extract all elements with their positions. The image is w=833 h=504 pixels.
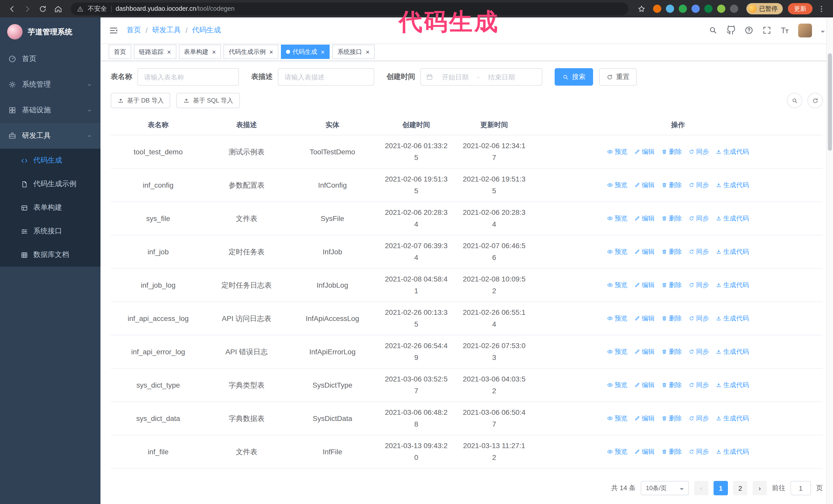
edit-link[interactable]: 编辑: [634, 146, 654, 158]
page-button-1[interactable]: 1: [714, 481, 728, 495]
edit-link[interactable]: 编辑: [634, 346, 654, 358]
prev-page-button[interactable]: ‹: [694, 481, 709, 495]
sidebar-item-form-builder[interactable]: 表单构建: [0, 196, 100, 219]
sidebar-item-infrastructure[interactable]: 基础设施: [0, 97, 100, 123]
generate-code-link[interactable]: 生成代码: [716, 213, 749, 224]
browser-back-button[interactable]: [5, 2, 19, 16]
edit-link[interactable]: 编辑: [634, 246, 654, 258]
browser-home-button[interactable]: [51, 2, 65, 16]
tab-close-icon[interactable]: ×: [269, 48, 273, 55]
tab-codegen[interactable]: 代码生成×: [281, 45, 330, 59]
delete-link[interactable]: 删除: [661, 146, 682, 158]
header-search-icon[interactable]: [709, 26, 718, 35]
help-icon[interactable]: [744, 26, 754, 35]
extension-icon[interactable]: [653, 5, 661, 13]
preview-link[interactable]: 预览: [607, 279, 627, 291]
font-size-icon[interactable]: [780, 26, 789, 35]
generate-code-link[interactable]: 生成代码: [716, 279, 749, 291]
sync-link[interactable]: 同步: [688, 179, 709, 191]
sidebar-item-codegen-example[interactable]: 代码生成示例: [0, 172, 100, 196]
generate-code-link[interactable]: 生成代码: [716, 312, 749, 324]
generate-code-link[interactable]: 生成代码: [716, 179, 749, 191]
github-icon[interactable]: [727, 26, 736, 35]
bookmark-star-button[interactable]: [635, 2, 648, 16]
generate-code-link[interactable]: 生成代码: [716, 146, 749, 158]
preview-link[interactable]: 预览: [607, 179, 627, 191]
sidebar-toggle-icon[interactable]: [109, 25, 118, 35]
sync-link[interactable]: 同步: [688, 412, 709, 424]
breadcrumb-item[interactable]: 研发工具: [152, 26, 181, 35]
delete-link[interactable]: 删除: [661, 446, 682, 458]
edit-link[interactable]: 编辑: [634, 213, 654, 224]
tab-form-builder[interactable]: 表单构建×: [178, 45, 221, 59]
delete-link[interactable]: 删除: [661, 412, 682, 424]
preview-link[interactable]: 预览: [607, 412, 627, 424]
user-avatar[interactable]: [798, 23, 812, 37]
table-desc-input[interactable]: [278, 68, 374, 86]
sidebar-item-home[interactable]: 首页: [0, 46, 100, 72]
search-button[interactable]: 搜索: [555, 68, 593, 86]
tab-close-icon[interactable]: ×: [321, 48, 325, 55]
delete-link[interactable]: 删除: [661, 213, 682, 224]
preview-link[interactable]: 预览: [607, 446, 627, 458]
tab-api[interactable]: 系统接口×: [332, 45, 375, 59]
import-db-button[interactable]: 基于 DB 导入: [111, 93, 170, 108]
tab-close-icon[interactable]: ×: [167, 48, 171, 55]
preview-link[interactable]: 预览: [607, 246, 627, 258]
next-page-button[interactable]: ›: [753, 481, 767, 495]
sync-link[interactable]: 同步: [688, 213, 709, 224]
tab-codegen-example[interactable]: 代码生成示例×: [223, 45, 278, 59]
edit-link[interactable]: 编辑: [634, 379, 654, 391]
edit-link[interactable]: 编辑: [634, 279, 654, 291]
browser-reload-button[interactable]: [36, 2, 49, 16]
extension-icon[interactable]: [691, 5, 700, 13]
table-name-input[interactable]: [137, 68, 239, 86]
date-range-picker[interactable]: -: [420, 68, 542, 86]
tab-close-icon[interactable]: ×: [366, 48, 370, 55]
delete-link[interactable]: 删除: [661, 346, 682, 358]
edit-link[interactable]: 编辑: [634, 412, 654, 424]
breadcrumb-item[interactable]: 首页: [127, 26, 141, 35]
edit-link[interactable]: 编辑: [634, 179, 654, 191]
generate-code-link[interactable]: 生成代码: [716, 412, 749, 424]
extension-icon[interactable]: [704, 5, 713, 13]
preview-link[interactable]: 预览: [607, 312, 627, 324]
app-logo[interactable]: 芋道管理系统: [0, 18, 100, 46]
sidebar-item-system[interactable]: 系统管理: [0, 72, 100, 97]
refresh-table-button[interactable]: [807, 93, 823, 108]
sync-link[interactable]: 同步: [688, 346, 709, 358]
sync-link[interactable]: 同步: [688, 279, 709, 291]
import-sql-button[interactable]: 基于 SQL 导入: [176, 93, 240, 108]
toggle-search-button[interactable]: [787, 93, 802, 108]
edit-link[interactable]: 编辑: [634, 446, 654, 458]
scrollbar-thumb[interactable]: [828, 53, 832, 151]
extension-icon[interactable]: [666, 5, 674, 13]
preview-link[interactable]: 预览: [607, 379, 627, 391]
generate-code-link[interactable]: 生成代码: [716, 246, 749, 258]
delete-link[interactable]: 删除: [661, 312, 682, 324]
avatar-caret-down-icon[interactable]: [821, 30, 825, 34]
date-end-input[interactable]: [482, 73, 522, 81]
goto-page-input[interactable]: [790, 481, 811, 495]
extension-icon[interactable]: [679, 5, 687, 13]
page-size-select[interactable]: 10条/页: [641, 481, 689, 495]
sidebar-item-api[interactable]: 系统接口: [0, 219, 100, 243]
browser-update-button[interactable]: 更新: [788, 3, 812, 14]
generate-code-link[interactable]: 生成代码: [716, 379, 749, 391]
sidebar-item-db-doc[interactable]: 数据库文档: [0, 243, 100, 267]
tab-close-icon[interactable]: ×: [212, 48, 216, 55]
reset-button[interactable]: 重置: [599, 68, 637, 86]
edit-link[interactable]: 编辑: [634, 312, 654, 324]
sync-link[interactable]: 同步: [688, 312, 709, 324]
delete-link[interactable]: 删除: [661, 179, 682, 191]
delete-link[interactable]: 删除: [661, 379, 682, 391]
sync-link[interactable]: 同步: [688, 246, 709, 258]
extension-icon[interactable]: [717, 5, 725, 13]
profile-paused-badge[interactable]: 已暂停: [746, 3, 783, 14]
delete-link[interactable]: 删除: [661, 246, 682, 258]
tab-home[interactable]: 首页: [109, 45, 131, 59]
scrollbar[interactable]: [826, 18, 833, 504]
sidebar-item-codegen[interactable]: 代码生成: [0, 149, 100, 172]
date-start-input[interactable]: [435, 73, 475, 81]
preview-link[interactable]: 预览: [607, 146, 627, 158]
